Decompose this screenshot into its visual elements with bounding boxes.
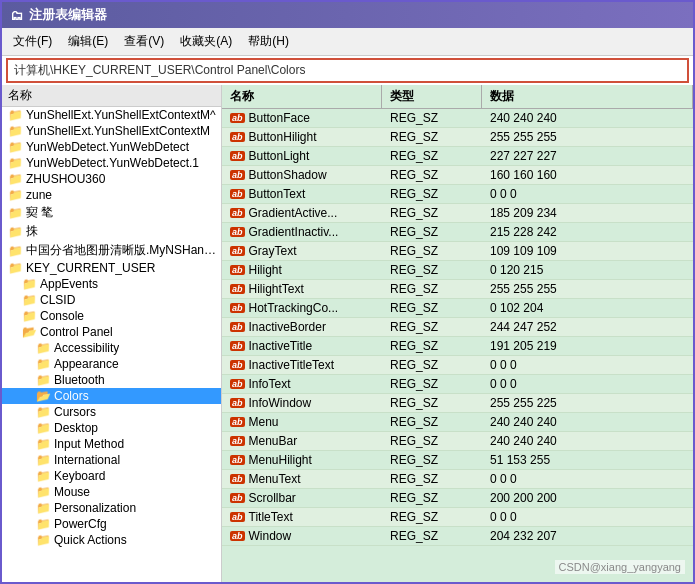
tree-item[interactable]: 📁Personalization <box>2 500 221 516</box>
cell-name: abMenu <box>222 413 382 431</box>
cell-data: 0 102 204 <box>482 299 693 317</box>
reg-name: InactiveBorder <box>249 320 326 334</box>
table-row[interactable]: abButtonFaceREG_SZ240 240 240 <box>222 109 693 128</box>
cell-data: 191 205 219 <box>482 337 693 355</box>
tree-item[interactable]: 📁AppEvents <box>2 276 221 292</box>
tree-item-label: Desktop <box>54 421 98 435</box>
table-row[interactable]: abHotTrackingCo...REG_SZ0 102 204 <box>222 299 693 318</box>
main-area: 名称 📁YunShellExt.YunShellExtContextM^📁Yun… <box>2 85 693 582</box>
table-row[interactable]: abInactiveBorderREG_SZ244 247 252 <box>222 318 693 337</box>
tree-item[interactable]: 📁㝣 㲠 <box>2 203 221 222</box>
table-row[interactable]: abInactiveTitleREG_SZ191 205 219 <box>222 337 693 356</box>
table-row[interactable]: abMenuREG_SZ240 240 240 <box>222 413 693 432</box>
cell-data: 0 0 0 <box>482 375 693 393</box>
folder-icon: 📁 <box>36 437 51 451</box>
cell-name: abGradientActive... <box>222 204 382 222</box>
cell-name: abInfoText <box>222 375 382 393</box>
cell-data: 185 209 234 <box>482 204 693 222</box>
cell-data: 215 228 242 <box>482 223 693 241</box>
tree-item[interactable]: 📂Colors <box>2 388 221 404</box>
reg-name: HilightText <box>249 282 304 296</box>
cell-data: 240 240 240 <box>482 413 693 431</box>
title-bar: 🗂 注册表编辑器 <box>2 2 693 28</box>
table-row[interactable]: abButtonShadowREG_SZ160 160 160 <box>222 166 693 185</box>
folder-icon: 📁 <box>8 206 23 220</box>
tree-item[interactable]: 📁㧣 <box>2 222 221 241</box>
cell-type: REG_SZ <box>382 489 482 507</box>
table-row[interactable]: abHilightTextREG_SZ255 255 255 <box>222 280 693 299</box>
tree-item[interactable]: 📁Quick Actions <box>2 532 221 548</box>
tree-item[interactable]: 📁Cursors <box>2 404 221 420</box>
tree-item[interactable]: 📁Desktop <box>2 420 221 436</box>
table-row[interactable]: abButtonHilightREG_SZ255 255 255 <box>222 128 693 147</box>
menu-item[interactable]: 编辑(E) <box>61 30 115 53</box>
table-row[interactable]: abMenuBarREG_SZ240 240 240 <box>222 432 693 451</box>
table-row[interactable]: abWindowREG_SZ204 232 207 <box>222 527 693 546</box>
cell-type: REG_SZ <box>382 128 482 146</box>
tree-item[interactable]: 📁中国分省地图册清晰版.MyNSHandl... <box>2 241 221 260</box>
table-row[interactable]: abScrollbarREG_SZ200 200 200 <box>222 489 693 508</box>
tree-item[interactable]: 📁ZHUSHOU360 <box>2 171 221 187</box>
tree-item[interactable]: 📁Accessibility <box>2 340 221 356</box>
tree-item[interactable]: 📁Mouse <box>2 484 221 500</box>
reg-sz-icon: ab <box>230 360 245 370</box>
reg-sz-icon: ab <box>230 436 245 446</box>
reg-sz-icon: ab <box>230 151 245 161</box>
tree-item-label: Mouse <box>54 485 90 499</box>
tree-item[interactable]: 📁Input Method <box>2 436 221 452</box>
reg-sz-icon: ab <box>230 227 245 237</box>
table-row[interactable]: abTitleTextREG_SZ0 0 0 <box>222 508 693 527</box>
tree-item[interactable]: 📁International <box>2 452 221 468</box>
tree-item[interactable]: 📁YunShellExt.YunShellExtContextM^ <box>2 107 221 123</box>
cell-data: 0 120 215 <box>482 261 693 279</box>
col-header-data: 数据 <box>482 85 693 108</box>
tree-item-label: CLSID <box>40 293 75 307</box>
cell-type: REG_SZ <box>382 223 482 241</box>
cell-name: abHilight <box>222 261 382 279</box>
tree-item[interactable]: 📁YunWebDetect.YunWebDetect <box>2 139 221 155</box>
tree-item[interactable]: 📂Control Panel <box>2 324 221 340</box>
table-row[interactable]: abGrayTextREG_SZ109 109 109 <box>222 242 693 261</box>
table-row[interactable]: abGradientActive...REG_SZ185 209 234 <box>222 204 693 223</box>
tree-item[interactable]: 📁CLSID <box>2 292 221 308</box>
reg-name: ButtonFace <box>249 111 310 125</box>
reg-name: InfoText <box>249 377 291 391</box>
reg-name: Window <box>249 529 292 543</box>
cell-name: abWindow <box>222 527 382 545</box>
tree-item[interactable]: 📁Appearance <box>2 356 221 372</box>
table-row[interactable]: abInfoTextREG_SZ0 0 0 <box>222 375 693 394</box>
reg-name: GrayText <box>249 244 297 258</box>
table-row[interactable]: abButtonTextREG_SZ0 0 0 <box>222 185 693 204</box>
table-row[interactable]: abMenuHilightREG_SZ51 153 255 <box>222 451 693 470</box>
tree-item[interactable]: 📁Bluetooth <box>2 372 221 388</box>
cell-name: abScrollbar <box>222 489 382 507</box>
reg-name: InactiveTitleText <box>249 358 335 372</box>
tree-item-label: Keyboard <box>54 469 105 483</box>
table-row[interactable]: abInactiveTitleTextREG_SZ0 0 0 <box>222 356 693 375</box>
table-row[interactable]: abMenuTextREG_SZ0 0 0 <box>222 470 693 489</box>
menu-item[interactable]: 收藏夹(A) <box>173 30 239 53</box>
cell-data: 227 227 227 <box>482 147 693 165</box>
tree-item[interactable]: 📁YunWebDetect.YunWebDetect.1 <box>2 155 221 171</box>
table-row[interactable]: abGradientInactiv...REG_SZ215 228 242 <box>222 223 693 242</box>
tree-item[interactable]: 📁PowerCfg <box>2 516 221 532</box>
reg-sz-icon: ab <box>230 170 245 180</box>
table-row[interactable]: abButtonLightREG_SZ227 227 227 <box>222 147 693 166</box>
title-bar-icon: 🗂 <box>10 8 23 23</box>
menu-item[interactable]: 查看(V) <box>117 30 171 53</box>
menu-item[interactable]: 帮助(H) <box>241 30 296 53</box>
col-header-name: 名称 <box>222 85 382 108</box>
table-row[interactable]: abHilightREG_SZ0 120 215 <box>222 261 693 280</box>
folder-icon: 📁 <box>36 533 51 547</box>
tree-item[interactable]: 📁KEY_CURRENT_USER <box>2 260 221 276</box>
folder-icon: 📁 <box>8 188 23 202</box>
menu-item[interactable]: 文件(F) <box>6 30 59 53</box>
cell-data: 240 240 240 <box>482 109 693 127</box>
cell-data: 255 255 255 <box>482 128 693 146</box>
table-row[interactable]: abInfoWindowREG_SZ255 255 225 <box>222 394 693 413</box>
tree-item[interactable]: 📁Keyboard <box>2 468 221 484</box>
tree-item[interactable]: 📁zune <box>2 187 221 203</box>
tree-item[interactable]: 📁YunShellExt.YunShellExtContextM <box>2 123 221 139</box>
tree-item[interactable]: 📁Console <box>2 308 221 324</box>
tree-item-label: YunWebDetect.YunWebDetect.1 <box>26 156 199 170</box>
